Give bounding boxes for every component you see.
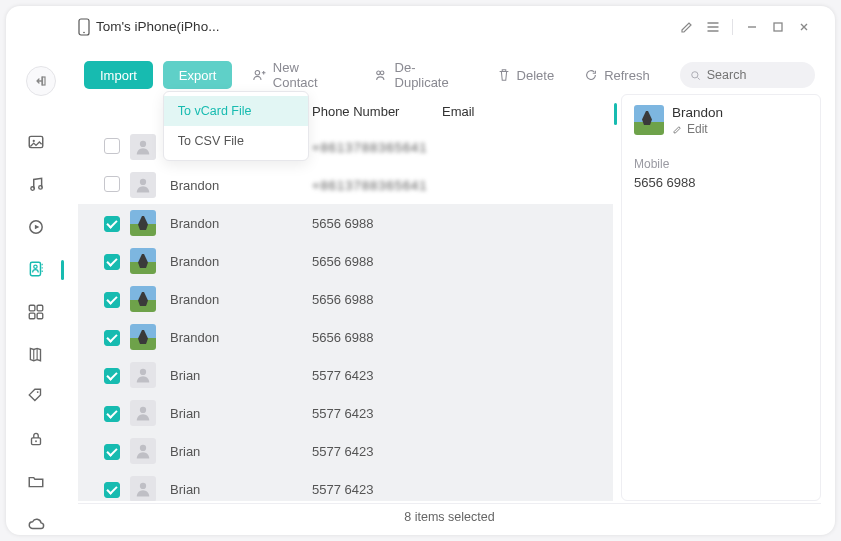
column-email[interactable]: Email	[442, 104, 613, 119]
refresh-label: Refresh	[604, 68, 650, 83]
column-phone[interactable]: Phone Number	[312, 104, 442, 119]
refresh-button[interactable]: Refresh	[574, 68, 660, 83]
table-row[interactable]: Brandon+8613788365641	[78, 166, 613, 204]
edit-window-icon[interactable]	[674, 14, 700, 40]
row-phone: +8613788365641	[312, 140, 442, 155]
dedup-icon	[374, 68, 388, 83]
contact-list: Name Phone Number Email +8613788365641Br…	[78, 94, 613, 501]
detail-edit-label: Edit	[687, 122, 708, 136]
sidebar	[6, 56, 66, 535]
table-row[interactable]: Brian5577 6423	[78, 470, 613, 501]
maximize-button[interactable]	[765, 14, 791, 40]
row-checkbox[interactable]	[104, 482, 120, 498]
contacts-icon	[27, 260, 45, 278]
table-row[interactable]: Brandon5656 6988	[78, 204, 613, 242]
delete-button[interactable]: Delete	[487, 68, 565, 83]
main-area: Import Export To vCard File To CSV File …	[78, 56, 821, 501]
import-button[interactable]: Import	[84, 61, 153, 89]
row-checkbox[interactable]	[104, 330, 120, 346]
svg-point-21	[691, 71, 697, 77]
sidebar-item-contacts[interactable]	[24, 258, 48, 280]
minimize-button[interactable]	[739, 14, 765, 40]
detail-phone-value: 5656 6988	[634, 175, 808, 190]
status-bar: 8 items selected	[78, 503, 821, 529]
row-phone: 5577 6423	[312, 482, 442, 497]
row-name: Brandon	[164, 292, 312, 307]
row-checkbox[interactable]	[104, 368, 120, 384]
sidebar-item-books[interactable]	[24, 343, 48, 365]
svg-point-18	[256, 70, 260, 74]
sidebar-item-photos[interactable]	[24, 131, 48, 153]
table-row[interactable]: Brandon5656 6988	[78, 242, 613, 280]
row-checkbox[interactable]	[104, 138, 120, 154]
row-avatar	[130, 172, 156, 198]
detail-edit-button[interactable]: Edit	[672, 122, 708, 136]
row-phone: 5577 6423	[312, 444, 442, 459]
person-plus-icon	[252, 68, 266, 83]
new-contact-button[interactable]: New Contact	[242, 60, 354, 90]
column-headers: Name Phone Number Email	[78, 94, 613, 128]
row-checkbox[interactable]	[104, 254, 120, 270]
sidebar-item-music[interactable]	[24, 173, 48, 195]
phone-icon	[78, 18, 90, 36]
row-phone: 5577 6423	[312, 368, 442, 383]
de-duplicate-button[interactable]: De-Duplicate	[364, 60, 476, 90]
row-phone: 5656 6988	[312, 254, 442, 269]
row-name: Brandon	[164, 330, 312, 345]
row-checkbox[interactable]	[104, 176, 120, 192]
toolbar: Import Export To vCard File To CSV File …	[78, 56, 821, 94]
row-name: Brandon	[164, 254, 312, 269]
row-avatar	[130, 438, 156, 464]
svg-point-1	[83, 31, 85, 33]
row-avatar	[130, 400, 156, 426]
row-name: Brian	[164, 444, 312, 459]
search-input[interactable]	[707, 68, 805, 82]
sidebar-item-tags[interactable]	[24, 385, 48, 407]
table-row[interactable]: Brian5577 6423	[78, 356, 613, 394]
table-row[interactable]: Brandon5656 6988	[78, 280, 613, 318]
close-button[interactable]	[791, 14, 817, 40]
sidebar-item-videos[interactable]	[24, 216, 48, 238]
sidebar-item-folders[interactable]	[24, 470, 48, 492]
sidebar-item-cloud[interactable]	[24, 513, 48, 535]
row-checkbox[interactable]	[104, 444, 120, 460]
row-avatar	[130, 476, 156, 501]
table-row[interactable]: Brian5577 6423	[78, 432, 613, 470]
row-avatar	[130, 210, 156, 236]
row-checkbox[interactable]	[104, 292, 120, 308]
table-row[interactable]: Brandon5656 6988	[78, 318, 613, 356]
table-row[interactable]: +8613788365641	[78, 128, 613, 166]
svg-rect-2	[774, 23, 782, 31]
row-checkbox[interactable]	[104, 216, 120, 232]
export-vcard-item[interactable]: To vCard File	[164, 96, 308, 126]
svg-point-20	[380, 71, 384, 75]
device-label: Tom's iPhone(iPho...	[78, 18, 219, 36]
row-name: Brian	[164, 406, 312, 421]
row-avatar	[130, 134, 156, 160]
music-icon	[27, 175, 45, 193]
svg-point-15	[37, 392, 39, 394]
export-csv-item[interactable]: To CSV File	[164, 126, 308, 156]
detail-name: Brandon	[672, 105, 723, 120]
row-avatar	[130, 286, 156, 312]
row-phone: 5577 6423	[312, 406, 442, 421]
menu-icon[interactable]	[700, 14, 726, 40]
row-name: Brian	[164, 482, 312, 497]
security-icon	[27, 430, 45, 448]
sidebar-item-security[interactable]	[24, 428, 48, 450]
export-label: Export	[179, 68, 217, 83]
row-checkbox[interactable]	[104, 406, 120, 422]
svg-point-25	[140, 407, 146, 413]
svg-point-17	[35, 440, 37, 442]
search-box[interactable]	[680, 62, 815, 88]
refresh-icon	[584, 68, 598, 82]
table-row[interactable]: Brian5577 6423	[78, 394, 613, 432]
detail-scroll-indicator[interactable]	[614, 103, 617, 125]
export-button[interactable]: Export To vCard File To CSV File	[163, 61, 233, 89]
row-avatar	[130, 248, 156, 274]
delete-label: Delete	[517, 68, 555, 83]
sidebar-item-apps[interactable]	[24, 300, 48, 322]
row-phone: +8613788365641	[312, 178, 442, 193]
svg-rect-13	[29, 313, 35, 319]
separator	[732, 19, 733, 35]
